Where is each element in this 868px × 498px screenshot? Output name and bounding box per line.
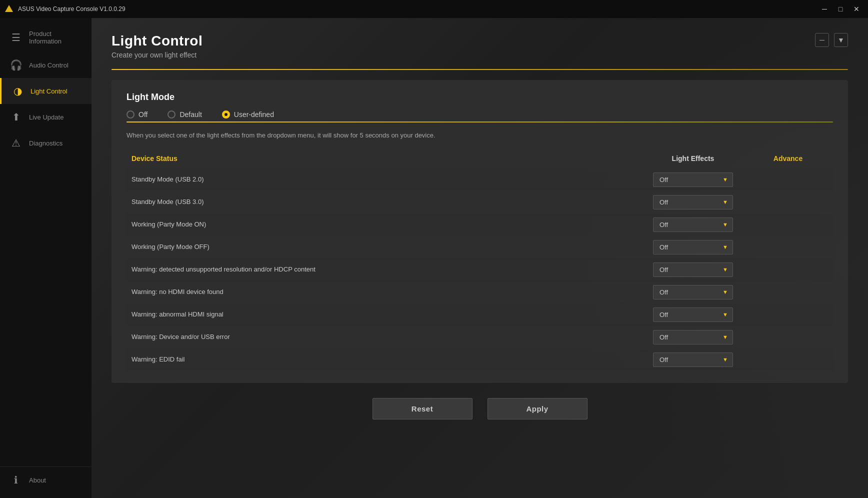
radio-option-default[interactable]: Default [168, 110, 202, 118]
sidebar-label-about: About [29, 476, 46, 484]
svg-marker-0 [5, 5, 13, 12]
reset-button[interactable]: Reset [372, 398, 472, 420]
row-label-warning-abnormal-hdmi: Warning: abnormal HDMI signal [132, 310, 638, 319]
dropdown-warning-no-hdmi[interactable]: OffStaticBreathingFlashingColor Cycle [653, 285, 733, 300]
maximize-button[interactable]: □ [833, 3, 848, 15]
table-row: Warning: detected unsupported resolution… [126, 258, 833, 281]
dropdown-wrapper-working-party-off: OffStaticBreathingFlashingColor Cycle [653, 240, 733, 254]
table-row: Working (Party Mode ON) OffStaticBreathi… [126, 214, 833, 236]
title-bar: ASUS Video Capture Console V1.0.0.29 ─ □… [0, 0, 868, 18]
dropdown-warning-hdcp[interactable]: OffStaticBreathingFlashingColor Cycle [653, 262, 733, 277]
dropdown-cell-standby-usb3: OffStaticBreathingFlashingColor Cycle [638, 195, 748, 210]
info-icon: ℹ [10, 474, 22, 486]
minimize-button[interactable]: ─ [817, 3, 832, 15]
mode-underline [126, 122, 833, 122]
row-label-warning-no-hdmi: Warning: no HDMI device found [132, 288, 638, 296]
dropdown-panel-button[interactable]: ▼ [834, 33, 848, 47]
table-row: Warning: abnormal HDMI signal OffStaticB… [126, 304, 833, 326]
radio-circle-off [126, 110, 134, 118]
sidebar-item-light-control[interactable]: ◑ Light Control [0, 78, 92, 104]
headphone-icon: 🎧 [10, 59, 22, 71]
table-row: Warning: Device and/or USB error OffStat… [126, 326, 833, 348]
dropdown-working-party-off[interactable]: OffStaticBreathingFlashingColor Cycle [653, 240, 733, 254]
dropdown-cell-working-party-on: OffStaticBreathingFlashingColor Cycle [638, 218, 748, 232]
dropdown-warning-abnormal-hdmi[interactable]: OffStaticBreathingFlashingColor Cycle [653, 308, 733, 322]
row-label-working-party-on: Working (Party Mode ON) [132, 220, 638, 229]
table-row: Warning: EDID fail OffStaticBreathingFla… [126, 348, 833, 371]
minimize-panel-button[interactable]: ─ [815, 33, 829, 47]
dropdown-cell-warning-hdcp: OffStaticBreathingFlashingColor Cycle [638, 262, 748, 277]
sidebar-label-light-control: Light Control [30, 88, 68, 95]
dropdown-wrapper-warning-usb-error: OffStaticBreathingFlashingColor Cycle [653, 330, 733, 344]
page-title: Light Control [112, 33, 202, 49]
col-header-device-status: Device Status [132, 154, 638, 162]
light-icon: ◑ [12, 85, 24, 97]
app-body: ☰ ProductInformation 🎧 Audio Control ◑ L… [0, 18, 868, 498]
radio-circle-user-defined [222, 110, 230, 118]
sidebar: ☰ ProductInformation 🎧 Audio Control ◑ L… [0, 18, 92, 498]
light-mode-radio-group: Off Default User-defined [126, 110, 833, 118]
page-header-text: Light Control Create your own light effe… [112, 33, 202, 59]
table-row: Working (Party Mode OFF) OffStaticBreath… [126, 236, 833, 258]
col-header-light-effects: Light Effects [638, 154, 748, 162]
dropdown-standby-usb2[interactable]: OffStaticBreathingFlashingColor Cycle [653, 172, 733, 187]
dropdown-wrapper-warning-edid: OffStaticBreathingFlashingColor Cycle [653, 352, 733, 367]
row-label-warning-usb-error: Warning: Device and/or USB error [132, 332, 638, 342]
row-label-standby-usb2: Standby Mode (USB 2.0) [132, 175, 638, 184]
sidebar-label-audio-control: Audio Control [29, 62, 68, 69]
table-header: Device Status Light Effects Advance [126, 150, 833, 166]
menu-icon: ☰ [10, 32, 22, 44]
radio-label-user-defined: User-defined [234, 110, 274, 118]
radio-option-user-defined[interactable]: User-defined [222, 110, 274, 118]
dropdown-cell-warning-no-hdmi: OffStaticBreathingFlashingColor Cycle [638, 285, 748, 300]
dropdown-standby-usb3[interactable]: OffStaticBreathingFlashingColor Cycle [653, 195, 733, 210]
table-row: Warning: no HDMI device found OffStaticB… [126, 281, 833, 304]
sidebar-label-live-update: Live Update [29, 114, 64, 121]
dropdown-cell-warning-abnormal-hdmi: OffStaticBreathingFlashingColor Cycle [638, 308, 748, 322]
dropdown-cell-standby-usb2: OffStaticBreathingFlashingColor Cycle [638, 172, 748, 187]
sidebar-item-audio-control[interactable]: 🎧 Audio Control [0, 52, 92, 78]
upload-icon: ⬆ [10, 111, 22, 123]
radio-label-off: Off [138, 110, 148, 118]
radio-label-default: Default [180, 110, 202, 118]
dropdown-wrapper-warning-abnormal-hdmi: OffStaticBreathingFlashingColor Cycle [653, 308, 733, 322]
app-logo-icon [4, 4, 14, 14]
dropdown-cell-working-party-off: OffStaticBreathingFlashingColor Cycle [638, 240, 748, 254]
dropdown-wrapper-working-party-on: OffStaticBreathingFlashingColor Cycle [653, 218, 733, 232]
main-panel: Light Mode Off Default User-defined When… [112, 80, 848, 383]
header-divider [112, 69, 848, 70]
apply-button[interactable]: Apply [488, 398, 588, 420]
close-button[interactable]: ✕ [849, 3, 864, 15]
light-mode-title: Light Mode [126, 92, 833, 102]
table-row: Standby Mode (USB 3.0) OffStaticBreathin… [126, 191, 833, 214]
sidebar-item-about[interactable]: ℹ About [0, 467, 92, 493]
dropdown-working-party-on[interactable]: OffStaticBreathingFlashingColor Cycle [653, 218, 733, 232]
row-label-standby-usb3: Standby Mode (USB 3.0) [132, 198, 638, 206]
dropdown-cell-warning-edid: OffStaticBreathingFlashingColor Cycle [638, 352, 748, 367]
content-area: Light Control Create your own light effe… [92, 18, 868, 498]
dropdown-cell-warning-usb-error: OffStaticBreathingFlashingColor Cycle [638, 330, 748, 344]
dropdown-wrapper-standby-usb2: OffStaticBreathingFlashingColor Cycle [653, 172, 733, 187]
bottom-buttons: Reset Apply [112, 398, 848, 420]
row-label-warning-edid: Warning: EDID fail [132, 355, 638, 364]
sidebar-item-product-information[interactable]: ☰ ProductInformation [0, 23, 92, 52]
help-text: When you select one of the light effects… [126, 130, 833, 140]
table-row: Standby Mode (USB 2.0) OffStaticBreathin… [126, 168, 833, 191]
app-title: ASUS Video Capture Console V1.0.0.29 [18, 6, 126, 12]
dropdown-wrapper-standby-usb3: OffStaticBreathingFlashingColor Cycle [653, 195, 733, 210]
col-header-advance: Advance [748, 154, 828, 162]
dropdown-warning-edid[interactable]: OffStaticBreathingFlashingColor Cycle [653, 352, 733, 367]
sidebar-label-product-information: ProductInformation [29, 30, 62, 45]
warning-icon: ⚠ [10, 137, 22, 149]
dropdown-wrapper-warning-hdcp: OffStaticBreathingFlashingColor Cycle [653, 262, 733, 277]
header-controls: ─ ▼ [815, 33, 848, 47]
sidebar-item-live-update[interactable]: ⬆ Live Update [0, 104, 92, 130]
dropdown-warning-usb-error[interactable]: OffStaticBreathingFlashingColor Cycle [653, 330, 733, 344]
row-label-warning-hdcp: Warning: detected unsupported resolution… [132, 265, 638, 274]
dropdown-wrapper-warning-no-hdmi: OffStaticBreathingFlashingColor Cycle [653, 285, 733, 300]
sidebar-item-diagnostics[interactable]: ⚠ Diagnostics [0, 130, 92, 156]
title-bar-left: ASUS Video Capture Console V1.0.0.29 [4, 4, 126, 14]
page-subtitle: Create your own light effect [112, 51, 202, 59]
radio-option-off[interactable]: Off [126, 110, 148, 118]
window-controls: ─ □ ✕ [817, 3, 864, 15]
